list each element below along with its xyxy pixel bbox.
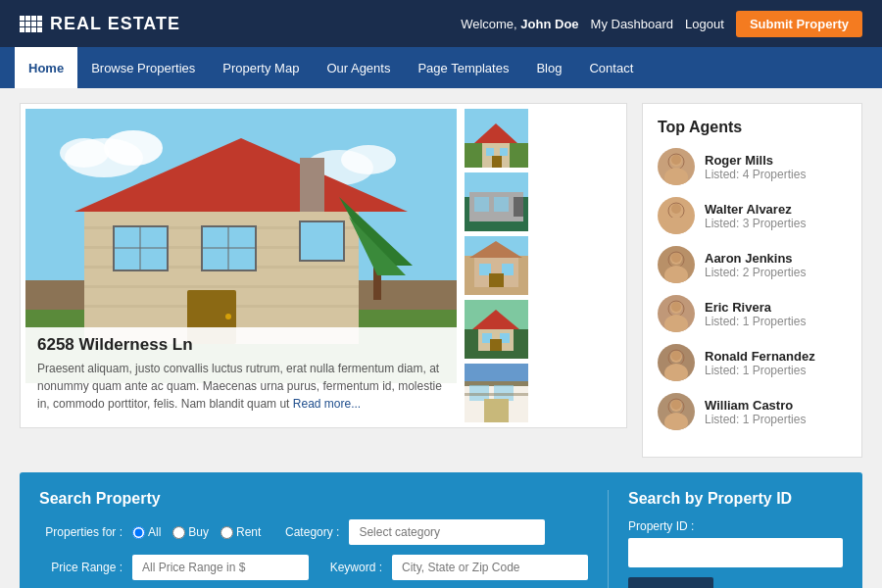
category-label: Category : — [270, 525, 339, 539]
agent-name: Ronald Fernandez — [705, 349, 847, 364]
property-title: 6258 Wilderness Ln — [37, 335, 445, 355]
top-right: Welcome, John Doe My Dashboard Logout Su… — [461, 11, 862, 37]
username: John Doe — [520, 17, 578, 31]
svg-point-85 — [671, 400, 681, 410]
svg-rect-54 — [490, 339, 502, 351]
agent-item[interactable]: Aaron Jenkins Listed: 2 Properties — [658, 246, 847, 283]
svg-point-72 — [664, 266, 688, 283]
agent-listed: Listed: 4 Properties — [705, 168, 847, 181]
welcome-text: Welcome, John Doe — [461, 17, 578, 31]
category-input[interactable] — [349, 519, 545, 545]
search-by-id-title: Search by Property ID — [628, 490, 843, 508]
agent-avatar — [658, 197, 695, 234]
agent-avatar — [658, 393, 695, 430]
svg-point-76 — [664, 315, 688, 332]
submit-property-button[interactable]: Submit Property — [736, 11, 862, 37]
svg-rect-33 — [500, 148, 508, 156]
svg-point-84 — [664, 413, 688, 430]
property-id-input[interactable] — [628, 538, 843, 567]
radio-rent-input[interactable] — [220, 526, 233, 539]
agent-info: William Castro Listed: 1 Properties — [705, 398, 847, 426]
featured-area: FEATURED PROPERTIES — [20, 103, 627, 428]
thumbnail-3[interactable] — [465, 236, 528, 295]
svg-rect-15 — [300, 158, 324, 212]
logo: REAL ESTATE — [20, 14, 180, 34]
logout-link[interactable]: Logout — [685, 17, 724, 31]
svg-point-68 — [664, 217, 688, 234]
thumb-img-3 — [465, 236, 528, 295]
search-right: Search by Property ID Property ID : Sear… — [608, 490, 843, 588]
svg-point-77 — [671, 302, 681, 312]
thumbnail-2[interactable] — [465, 172, 528, 231]
agent-item[interactable]: Ronald Fernandez Listed: 1 Properties — [658, 344, 847, 381]
search-left: Search Property Properties for : All Buy… — [39, 490, 588, 588]
thumb-img-1 — [465, 109, 528, 168]
nav-home[interactable]: Home — [15, 47, 77, 88]
radio-all-input[interactable] — [132, 526, 145, 539]
nav-browse-properties[interactable]: Browse Properties — [77, 47, 209, 88]
agent-info: Eric Rivera Listed: 1 Properties — [705, 300, 847, 328]
svg-point-5 — [341, 145, 396, 174]
price-label: Price Range : — [39, 561, 122, 574]
nav-page-templates[interactable]: Page Templates — [404, 47, 522, 88]
svg-rect-39 — [494, 197, 509, 212]
agents-panel: Top Agents Roger Mills Listed: 4 Propert… — [642, 103, 862, 458]
thumbnail-4[interactable] — [465, 300, 528, 359]
properties-for-label: Properties for : — [39, 525, 122, 539]
thumb-img-5 — [465, 364, 528, 422]
thumbnail-5[interactable] — [465, 364, 528, 422]
property-description: Praesent aliquam, justo convallis luctus… — [37, 360, 445, 413]
svg-rect-61 — [465, 393, 528, 396]
property-id-label: Property ID : — [628, 519, 843, 533]
agent-avatar — [658, 148, 695, 185]
svg-rect-60 — [484, 399, 509, 422]
agent-item[interactable]: William Castro Listed: 1 Properties — [658, 393, 847, 430]
agent-item[interactable]: Walter Alvarez Listed: 3 Properties — [658, 197, 847, 234]
svg-point-69 — [671, 204, 681, 214]
agents-list: Roger Mills Listed: 4 Properties Walter … — [658, 148, 847, 430]
search-section: Search Property Properties for : All Buy… — [20, 472, 862, 588]
agent-info: Aaron Jenkins Listed: 2 Properties — [705, 251, 847, 279]
agent-listed: Listed: 3 Properties — [705, 217, 847, 230]
nav-our-agents[interactable]: Our Agents — [313, 47, 404, 88]
main-content: FEATURED PROPERTIES — [0, 88, 882, 472]
agent-listed: Listed: 2 Properties — [705, 266, 847, 279]
main-nav: Home Browse Properties Property Map Our … — [0, 47, 882, 88]
svg-point-24 — [225, 314, 231, 319]
nav-blog[interactable]: Blog — [522, 47, 575, 88]
search-id-button[interactable]: Search — [628, 577, 713, 588]
featured-section: FEATURED PROPERTIES — [20, 103, 627, 458]
dashboard-link[interactable]: My Dashboard — [591, 17, 674, 31]
thumbnail-1[interactable] — [465, 109, 528, 168]
svg-point-2 — [104, 130, 163, 166]
svg-point-3 — [60, 138, 109, 168]
agent-listed: Listed: 1 Properties — [705, 413, 847, 426]
agent-item[interactable]: Eric Rivera Listed: 1 Properties — [658, 295, 847, 332]
svg-point-65 — [671, 155, 681, 165]
top-bar: REAL ESTATE Welcome, John Doe My Dashboa… — [0, 0, 882, 47]
keyword-input[interactable] — [392, 555, 588, 580]
nav-contact[interactable]: Contact — [575, 47, 647, 88]
agent-avatar-img — [658, 197, 695, 234]
radio-buy[interactable]: Buy — [172, 525, 209, 539]
radio-rent[interactable]: Rent — [220, 525, 261, 539]
agents-title: Top Agents — [658, 119, 847, 136]
logo-text: REAL ESTATE — [50, 14, 180, 34]
radio-all[interactable]: All — [132, 525, 161, 539]
agent-avatar — [658, 295, 695, 332]
keyword-label: Keyword : — [318, 561, 382, 574]
read-more-link[interactable]: Read more... — [293, 397, 361, 411]
price-input[interactable] — [132, 555, 309, 580]
search-title: Search Property — [39, 490, 588, 508]
svg-point-73 — [671, 253, 681, 263]
radio-buy-input[interactable] — [172, 526, 185, 539]
nav-property-map[interactable]: Property Map — [209, 47, 313, 88]
agent-listed: Listed: 1 Properties — [705, 315, 847, 328]
agent-info: Ronald Fernandez Listed: 1 Properties — [705, 349, 847, 377]
price-keyword-row: Price Range : Keyword : — [39, 555, 588, 580]
agent-item[interactable]: Roger Mills Listed: 4 Properties — [658, 148, 847, 185]
svg-rect-12 — [84, 285, 359, 288]
agent-name: Roger Mills — [705, 153, 847, 168]
agent-avatar-img — [658, 148, 695, 185]
agent-name: Eric Rivera — [705, 300, 847, 315]
